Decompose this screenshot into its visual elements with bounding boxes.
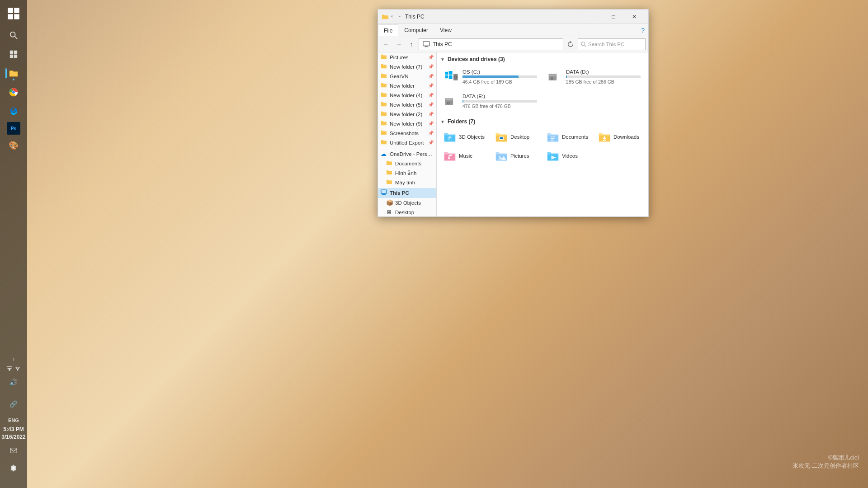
taskbar-file-explorer-button[interactable] — [5, 65, 22, 81]
taskbar-photoshop-button[interactable]: Ps — [7, 122, 20, 135]
folder-documents[interactable]: Documents — [543, 128, 593, 145]
nav-item-may-tinh[interactable]: Máy tính — [378, 178, 436, 187]
folder-3d-objects-icon — [443, 131, 456, 143]
taskbar-notification-button[interactable] — [7, 444, 20, 457]
svg-rect-14 — [8, 368, 12, 369]
folder-desktop[interactable]: Desktop — [492, 128, 542, 145]
drive-c-fill — [462, 75, 519, 78]
tab-view[interactable]: View — [434, 24, 458, 36]
taskbar-edge-button[interactable] — [5, 103, 22, 119]
title-back-icon — [391, 14, 396, 19]
forward-button[interactable]: → — [393, 39, 404, 50]
nav-item-3d-objects[interactable]: 📦 3D Objects — [378, 198, 436, 207]
nav-item-new-folder[interactable]: New folder 📌 — [378, 81, 436, 90]
minimize-button[interactable]: — — [582, 9, 603, 24]
svg-rect-13 — [9, 369, 10, 371]
up-button[interactable]: ↑ — [406, 39, 417, 50]
folder-downloads[interactable]: Downloads — [595, 128, 645, 145]
nav-item-onedrive[interactable]: ☁ OneDrive - Personal — [378, 149, 436, 159]
nav-item-screenshots[interactable]: Screenshots 📌 — [378, 128, 436, 138]
folder-pictures-label: Pictures — [510, 153, 529, 159]
maximize-button[interactable]: □ — [603, 9, 624, 24]
drive-d-fill — [566, 75, 567, 78]
task-view-button[interactable] — [5, 46, 22, 62]
drive-e-bar — [462, 100, 537, 103]
folder-music[interactable]: Music — [440, 147, 490, 164]
address-path-field[interactable]: This PC — [419, 38, 563, 50]
drive-e-icon — [444, 94, 459, 108]
taskbar-link-button[interactable]: 🔗 — [5, 396, 22, 412]
drive-c-name: OS (C:) — [462, 69, 537, 75]
help-button[interactable]: ? — [637, 25, 648, 36]
taskbar: Ps 🎨 › 🔊 🔗 ENG — [0, 0, 27, 488]
drive-e-fill — [462, 100, 463, 103]
svg-rect-36 — [554, 78, 555, 78]
drive-c-space: 46.4 GB free of 189 GB — [462, 79, 537, 84]
svg-rect-19 — [425, 47, 429, 47]
title-bar-text: This PC — [405, 14, 582, 20]
back-button[interactable]: ← — [381, 39, 392, 50]
nav-item-new-folder-7[interactable]: New folder (7) 📌 — [378, 62, 436, 71]
svg-rect-24 — [382, 194, 386, 195]
svg-rect-2 — [8, 14, 13, 19]
nav-item-gearvn[interactable]: GearVN 📌 — [378, 71, 436, 81]
tab-file[interactable]: File — [378, 24, 398, 36]
folders-section-header[interactable]: ▼ Folders (7) — [440, 118, 645, 125]
taskbar-expand-button[interactable]: › — [13, 356, 14, 362]
taskbar-volume-button[interactable]: 🔊 — [5, 374, 22, 390]
folder-3d-objects[interactable]: 3D Objects — [440, 128, 490, 145]
nav-item-desktop[interactable]: 🖥 Desktop — [378, 207, 436, 216]
nav-item-pictures[interactable]: Pictures 📌 — [378, 52, 436, 62]
folder-desktop-label: Desktop — [510, 134, 529, 140]
folder-downloads-label: Downloads — [613, 134, 639, 140]
svg-rect-1 — [14, 8, 19, 13]
close-button[interactable]: ✕ — [624, 9, 645, 24]
ribbon: File Computer View ? — [378, 24, 648, 36]
nav-pane: Pictures 📌 New folder (7) 📌 GearVN 📌 — [378, 52, 437, 216]
address-path-text: This PC — [433, 41, 452, 47]
drive-e[interactable]: DATA (E:) 476 GB free of 476 GB — [440, 90, 541, 112]
svg-point-20 — [581, 42, 585, 45]
taskbar-language[interactable]: ENG — [8, 418, 19, 423]
taskbar-paint-button[interactable]: 🎨 — [5, 137, 22, 154]
nav-item-new-folder-2[interactable]: New folder (2) 📌 — [378, 109, 436, 119]
folder-documents-label: Documents — [562, 134, 588, 140]
nav-item-this-pc[interactable]: This PC — [378, 188, 436, 198]
svg-point-51 — [499, 156, 500, 158]
tab-computer[interactable]: Computer — [398, 24, 434, 36]
drives-grid: OS (C:) 46.4 GB free of 189 GB — [440, 66, 645, 112]
folder-videos-label: Videos — [562, 153, 578, 159]
search-icon — [581, 42, 586, 47]
svg-rect-22 — [381, 190, 387, 193]
nav-item-hinh-anh[interactable]: Hình ảnh — [378, 168, 436, 178]
folder-videos[interactable]: Videos — [543, 147, 593, 164]
refresh-button[interactable] — [565, 39, 576, 50]
nav-item-new-folder-4[interactable]: New folder (4) 📌 — [378, 90, 436, 100]
search-box[interactable]: Search This PC — [578, 38, 646, 50]
svg-rect-7 — [14, 51, 17, 54]
svg-point-12 — [12, 91, 15, 94]
start-button[interactable] — [5, 5, 23, 23]
watermark: ©腐团儿ciel 米次元·二次元创作者社区 — [793, 454, 859, 470]
taskbar-clock[interactable]: 5:43 PM 3/16/2022 — [1, 426, 25, 441]
nav-item-untitled-export[interactable]: Untitled Export 📌 — [378, 138, 436, 147]
nav-item-new-folder-5[interactable]: New folder (5) 📌 — [378, 100, 436, 109]
svg-rect-43 — [500, 137, 503, 139]
nav-item-new-folder-9[interactable]: New folder (9) 📌 — [378, 119, 436, 128]
taskbar-chrome-button[interactable] — [5, 84, 22, 100]
drive-c[interactable]: OS (C:) 46.4 GB free of 189 GB — [440, 66, 541, 88]
drive-d[interactable]: DATA (D:) 285 GB free of 286 GB — [544, 66, 645, 88]
drive-d-name: DATA (D:) — [566, 69, 641, 75]
taskbar-settings-button[interactable] — [5, 460, 22, 476]
devices-section-title: Devices and drives (3) — [448, 56, 505, 62]
folders-grid: 3D Objects Desktop — [440, 128, 645, 164]
devices-section-header[interactable]: ▼ Devices and drives (3) — [440, 56, 645, 62]
svg-rect-47 — [603, 140, 607, 141]
taskbar-search-button[interactable] — [5, 27, 22, 43]
taskbar-network-icons — [6, 365, 21, 371]
explorer-main: Pictures 📌 New folder (7) 📌 GearVN 📌 — [378, 52, 648, 216]
nav-item-onedrive-documents[interactable]: Documents — [378, 159, 436, 168]
svg-point-4 — [10, 32, 15, 37]
folder-pictures[interactable]: Pictures — [492, 147, 542, 164]
svg-rect-46 — [551, 140, 554, 141]
